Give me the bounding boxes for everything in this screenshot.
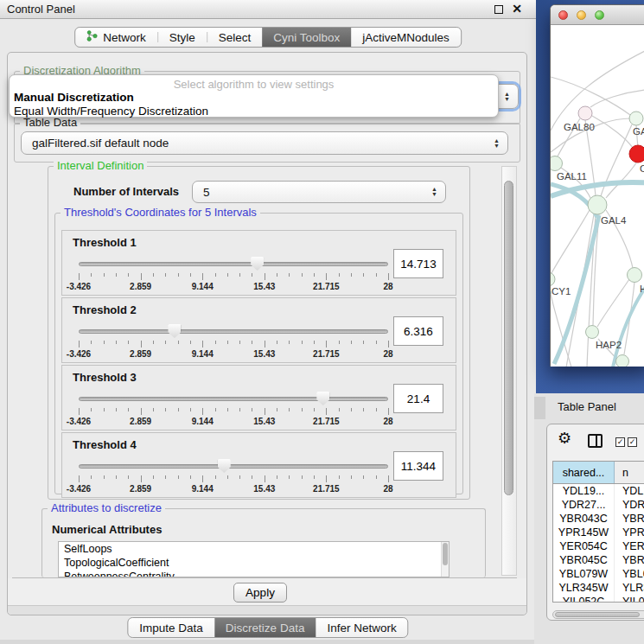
list-item[interactable]: TopologicalCoefficient <box>59 556 449 570</box>
slider-tick-labels: -3.4262.8599.14415.4321.71528 <box>79 349 388 360</box>
network-node[interactable] <box>586 326 599 339</box>
main-vertical-scrollbar[interactable] <box>501 166 517 576</box>
network-node-label: C <box>640 163 644 174</box>
table-row[interactable]: YLR345WYLR3 <box>553 581 644 595</box>
threshold-row: Threshold 3 -3.4262.8599.14415.4321.7152… <box>61 365 456 430</box>
network-node[interactable] <box>588 195 607 214</box>
scrollbar-thumb[interactable] <box>443 543 448 565</box>
control-panel-tabbar: Network Style Select Cyni Toolbox jActiv… <box>74 27 462 48</box>
network-node[interactable] <box>629 145 644 163</box>
table-row[interactable]: YDL19...YDL1 <box>553 484 644 498</box>
dropdown-item-equal-width-frequency[interactable]: Equal Width/Frequency Discretization <box>14 105 208 118</box>
table-data-selected: galFiltered.sif default node <box>32 137 169 150</box>
threshold-value[interactable]: 21.4 <box>393 384 443 413</box>
tab-network-label: Network <box>103 31 146 44</box>
combo-arrows-icon: ▲▼ <box>431 187 437 197</box>
checkbox-icon[interactable]: ✓ <box>615 437 625 447</box>
column-header-shared-name[interactable]: shared... <box>553 462 615 483</box>
slider-track[interactable] <box>79 464 388 469</box>
num-intervals-combobox[interactable]: 5 ▲▼ <box>192 181 446 203</box>
network-node-label: H <box>640 284 644 294</box>
network-node[interactable] <box>616 355 629 367</box>
checkbox-icon[interactable]: ✓ <box>628 437 637 447</box>
tab-impute-data[interactable]: Impute Data <box>128 618 214 637</box>
threshold-value[interactable]: 6.316 <box>393 316 443 346</box>
table-row[interactable]: YDR27...YDR2 <box>553 498 644 512</box>
threshold-slider[interactable]: -3.4262.8599.14415.4321.71528 <box>79 324 388 362</box>
list-item[interactable]: SelfLoops <box>59 542 449 556</box>
slider-track[interactable] <box>79 397 388 401</box>
tab-network[interactable]: Network <box>75 28 157 47</box>
table-row[interactable]: YPR145WYPR1 <box>553 526 644 539</box>
dropdown-item-manual-discretization[interactable]: Manual Discretization <box>14 91 134 104</box>
attributes-items: SelfLoopsTopologicalCoefficientBetweenne… <box>59 542 449 577</box>
close-traffic-light-icon[interactable] <box>558 10 568 20</box>
attributes-list-scrollbar[interactable] <box>441 542 449 577</box>
numerical-attributes-label: Numerical Attributes <box>52 523 162 536</box>
columns-icon[interactable] <box>588 434 603 448</box>
slider-thumb[interactable] <box>316 392 329 405</box>
table-row[interactable]: YBR043CYBR0 <box>553 512 644 526</box>
table-row[interactable]: YIL052CYIL0 <box>553 595 644 603</box>
slider-thumb[interactable] <box>218 459 231 473</box>
panel-drag-handle[interactable] <box>534 397 545 419</box>
slider-tick-labels: -3.4262.8599.14415.4321.71528 <box>79 417 388 427</box>
network-node[interactable] <box>629 112 643 125</box>
network-node-label: HAP2 <box>596 340 622 350</box>
control-panel-titlebar: Control Panel ✕ <box>0 0 536 19</box>
threshold-value[interactable]: 14.713 <box>393 249 443 278</box>
threshold-slider[interactable]: -3.4262.8599.14415.4321.71528 <box>79 392 388 430</box>
minimize-traffic-light-icon[interactable] <box>577 10 586 20</box>
gear-icon[interactable]: ⚙ <box>558 430 571 446</box>
threshold-value[interactable]: 11.344 <box>393 451 443 481</box>
slider-ticks <box>79 341 388 348</box>
network-node-label: GAL80 <box>564 122 595 132</box>
close-window-icon[interactable]: ✕ <box>512 2 522 16</box>
slider-track[interactable] <box>79 329 388 334</box>
scrollbar-thumb[interactable] <box>504 181 513 495</box>
slider-tick-labels: -3.4262.8599.14415.4321.71528 <box>79 484 388 494</box>
network-node[interactable] <box>551 156 563 171</box>
threshold-row: Threshold 2 -3.4262.8599.14415.4321.7152… <box>61 297 456 363</box>
table-header-row: shared... n <box>553 462 644 484</box>
slider-ticks <box>79 475 388 483</box>
network-node-label: GCY1 <box>551 286 571 296</box>
table-panel-title: Table Panel <box>558 400 616 413</box>
tab-jactivemnodules[interactable]: jActiveMNodules <box>351 28 461 47</box>
slider-ticks <box>79 408 388 416</box>
network-node[interactable] <box>551 272 555 286</box>
column-header-name[interactable]: n <box>615 462 644 483</box>
tab-cyni-toolbox[interactable]: Cyni Toolbox <box>262 28 351 47</box>
dropdown-placeholder: Select algorithm to view settings <box>10 78 498 91</box>
table-data-combobox[interactable]: galFiltered.sif default node ▲▼ <box>21 131 508 155</box>
table-row[interactable]: YER054CYER0 <box>553 539 644 553</box>
tab-select[interactable]: Select <box>207 28 263 47</box>
network-icon <box>86 30 98 44</box>
table-horizontal-scrollbar[interactable] <box>552 610 644 619</box>
tab-infer-network[interactable]: Infer Network <box>316 618 407 637</box>
network-canvas[interactable]: GAL80GACGAL11GAL4GCY1HHAP2 <box>551 25 644 367</box>
tab-discretize-data[interactable]: Discretize Data <box>214 618 316 637</box>
slider-ticks <box>79 273 388 281</box>
apply-button[interactable]: Apply <box>233 583 287 603</box>
network-window-titlebar <box>551 5 644 25</box>
numerical-attributes-list[interactable]: SelfLoopsTopologicalCoefficientBetweenne… <box>58 541 450 577</box>
slider-thumb[interactable] <box>251 257 264 271</box>
slider-thumb[interactable] <box>168 324 181 338</box>
list-item[interactable]: BetweennessCentrality <box>59 570 449 577</box>
zoom-traffic-light-icon[interactable] <box>595 10 604 20</box>
network-node-label: GAL4 <box>601 215 627 226</box>
table-row[interactable]: YBR045CYBR0 <box>553 553 644 567</box>
network-node[interactable] <box>628 268 642 283</box>
tab-style[interactable]: Style <box>158 28 207 47</box>
screenshot-root: { "icons": { "close": "✕", "gear": "⚙", … <box>0 0 644 644</box>
threshold-slider[interactable]: -3.4262.8599.14415.4321.71528 <box>79 257 388 295</box>
threshold-slider[interactable]: -3.4262.8599.14415.4321.71528 <box>79 459 388 497</box>
table-row[interactable]: YBL079WYBL0 <box>553 567 644 581</box>
control-panel-title: Control Panel <box>7 3 75 16</box>
slider-track[interactable] <box>79 262 388 266</box>
control-panel-window: Control Panel ✕ Network Style Select Cyn… <box>0 0 536 640</box>
float-window-icon[interactable] <box>494 5 503 14</box>
scrollbar-thumb[interactable] <box>555 612 640 617</box>
network-node[interactable] <box>578 106 592 120</box>
